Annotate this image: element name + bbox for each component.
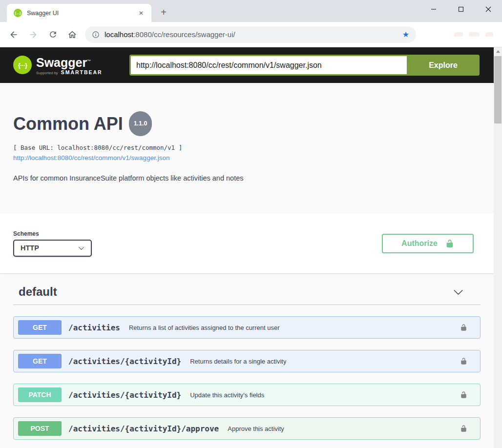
page-viewport: {···} Swagger™ Supported by SMARTBEAR Ex… [0,47,502,448]
scheme-select[interactable]: HTTP [13,240,92,257]
scrollbar-up-arrow[interactable] [494,47,502,56]
scrollbar-thumb[interactable] [494,56,502,123]
version-badge: 1.1.0 [129,111,152,136]
swagger-brand[interactable]: {···} Swagger™ Supported by SMARTBEAR [13,55,103,75]
operation-row-patch-activity[interactable]: PATCH /activities/{activityId} Update th… [13,384,481,406]
operation-summary: Approve this activity [228,425,284,432]
operation-path: /activities/{activityId} [68,390,181,400]
operations-section: default GET /activities Returns a list o… [0,285,494,440]
unlock-icon[interactable] [460,424,467,433]
operation-path: /activities [68,323,120,332]
swagger-favicon-icon: {…} [14,9,22,17]
bookmark-star-icon[interactable]: ★ [402,30,409,39]
unlock-icon[interactable] [460,323,467,332]
new-tab-button[interactable]: + [157,7,170,18]
spec-json-link[interactable]: http://localhost:8080/cc/rest/common/v1/… [13,154,169,162]
chevron-down-icon[interactable] [453,287,463,297]
back-icon[interactable] [4,25,23,44]
operation-row-get-activities[interactable]: GET /activities Returns a list of activi… [13,316,481,339]
scrollbar[interactable] [494,47,502,448]
method-badge: PATCH [18,387,62,402]
browser-window: {…} Swagger UI ✕ + [0,0,502,448]
minimize-button[interactable] [420,0,447,19]
authorize-button[interactable]: Authorize [382,234,474,253]
browser-titlebar: {…} Swagger UI ✕ + [0,0,502,22]
unlock-icon[interactable] [460,390,467,399]
page-title: Common API1.1.0 [13,113,481,138]
operation-path: /activities/{activityId}/approve [68,424,219,433]
operation-summary: Returns details for a single activity [190,358,286,365]
extension-icon[interactable] [454,32,463,37]
scheme-container: Schemes HTTP Authorize [0,213,494,273]
operation-summary: Returns a list of activities assigned to… [129,324,280,331]
browser-toolbar: localhost:8080/cc/resources/swagger-ui/ … [0,22,502,47]
window-controls [420,0,502,19]
schemes-label: Schemes [13,230,92,237]
operation-summary: Update this activity's fields [190,391,264,399]
spec-url-input[interactable] [129,55,407,76]
tab-close-icon[interactable]: ✕ [136,8,146,18]
close-window-button[interactable] [475,0,502,19]
trademark-symbol: ™ [87,59,91,63]
profile-avatar[interactable] [469,32,480,37]
browser-tab[interactable]: {…} Swagger UI ✕ [7,4,151,22]
swagger-brand-name: Swagger™ [36,56,91,69]
forward-icon[interactable] [23,25,43,44]
tag-default-header[interactable]: default [13,285,481,305]
toolbar-extras [419,32,498,37]
url-text: localhost:8080/cc/resources/swagger-ui/ [105,30,235,39]
api-description: APIs for common InsuranceSuite platform … [13,174,481,182]
base-url-text: [ Base URL: localhost:8080/cc/rest/commo… [13,144,481,151]
method-badge: GET [18,354,62,368]
swagger-topbar: {···} Swagger™ Supported by SMARTBEAR Ex… [0,47,494,83]
unlock-icon[interactable] [460,357,467,366]
supported-by-label: Supported by [36,71,58,75]
unlock-icon [445,239,454,248]
operation-row-get-activity-by-id[interactable]: GET /activities/{activityId} Returns det… [13,350,481,372]
explore-button[interactable]: Explore [407,55,480,76]
method-badge: POST [18,421,62,436]
refresh-icon[interactable] [43,25,63,44]
operation-path: /activities/{activityId} [68,357,181,366]
chevron-down-icon [78,245,84,251]
method-badge: GET [18,320,62,335]
api-info-section: Common API1.1.0 [ Base URL: localhost:80… [0,83,494,213]
swagger-ui-page: {···} Swagger™ Supported by SMARTBEAR Ex… [0,47,494,448]
scheme-selected-value: HTTP [21,244,39,252]
home-icon[interactable] [63,25,82,44]
address-bar[interactable]: localhost:8080/cc/resources/swagger-ui/ … [85,26,416,43]
smartbear-logo-text: SMARTBEAR [61,69,103,75]
operation-row-post-approve[interactable]: POST /activities/{activityId}/approve Ap… [13,417,481,440]
tag-name: default [19,285,57,299]
spec-url-group: Explore [129,55,480,76]
site-info-icon[interactable] [92,31,100,39]
swagger-logo-icon: {···} [13,56,32,74]
browser-menu-icon[interactable] [485,32,493,37]
tab-title: Swagger UI [27,10,136,17]
maximize-button[interactable] [447,0,475,19]
